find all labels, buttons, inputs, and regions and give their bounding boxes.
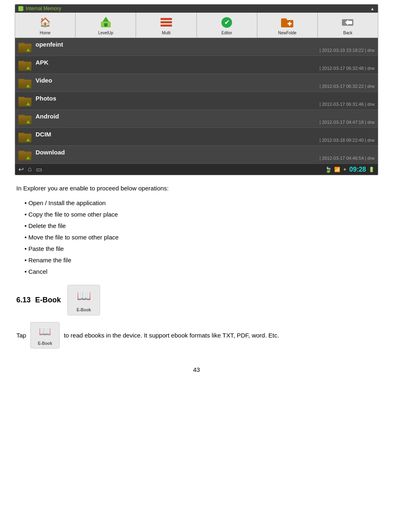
ebook-book-icon-sm: 📖 [39, 324, 51, 339]
file-name: Video [36, 77, 375, 84]
status-wifi-icon: ✦ [343, 167, 347, 172]
list-item[interactable]: APK | 2012-03-17 06:32:48 | drw [15, 56, 378, 74]
file-meta: | 2012-03-18 09:22:40 | drw [36, 138, 375, 143]
file-name: Android [36, 113, 375, 120]
title-bar-triangle: ▲ [370, 6, 375, 11]
file-name: APK [36, 59, 375, 66]
levelup-icon [98, 15, 113, 30]
section-title: E-Book [35, 296, 61, 304]
file-meta: | 2012-03-17 06:31:46 | drw [36, 102, 375, 107]
back-nav-icon[interactable]: ↩ [18, 165, 24, 173]
svg-rect-3 [161, 18, 172, 20]
file-info: Download | 2012-03-17 04:46:54 | drw [36, 149, 375, 161]
file-name: Download [36, 149, 375, 156]
multi-icon [159, 15, 174, 30]
svg-rect-2 [104, 23, 107, 27]
list-item[interactable]: Android | 2012-03-17 04:47:18 | drw [15, 110, 378, 128]
svg-text:✔: ✔ [224, 19, 230, 26]
toolbar-btn-back[interactable]: Back [318, 13, 378, 38]
toolbar: 🏠 Home LevelUp Multi [15, 13, 378, 38]
recents-nav-icon[interactable]: ▭ [36, 165, 42, 173]
section-number-title: 6.13 E-Book [16, 294, 61, 306]
list-item: Copy the file to some other place [25, 210, 377, 219]
newfolder-icon [280, 15, 295, 30]
list-item: Delete the file [25, 221, 377, 231]
status-nav-buttons: ↩ ⌂ ▭ [18, 165, 42, 173]
home-icon: 🏠 [38, 15, 53, 30]
section-number: 6.13 [16, 296, 31, 304]
home-nav-icon[interactable]: ⌂ [28, 165, 32, 173]
list-item: Cancel [25, 267, 377, 277]
status-right-area: 🍃 📶 ✦ 09:28 🔋 [325, 166, 375, 173]
list-item[interactable]: openfeint | 2012-03-19 23:18:22 | drw [15, 38, 378, 56]
status-time: 09:28 [349, 166, 366, 173]
file-info: Video | 2012-03-17 06:32:22 | drw [36, 77, 375, 89]
title-bar-icon [18, 6, 23, 11]
list-item: Move the file to some other place [25, 232, 377, 242]
tap-row: Tap 📖 E-Book to read ebooks in the devic… [16, 322, 377, 349]
svg-marker-1 [103, 17, 109, 22]
ebook-book-icon: 📖 [77, 287, 91, 305]
file-meta: | 2012-03-17 06:32:22 | drw [36, 84, 375, 89]
list-item: Open / Install the application [25, 198, 377, 208]
folder-icon [18, 77, 31, 89]
editor-icon: ✔ [219, 15, 234, 30]
title-bar-label: Internal Memory [26, 6, 61, 11]
file-name: DCIM [36, 131, 375, 138]
ebook-icon-large: 📖 E-Book [67, 285, 100, 315]
ebook-icon-small: 📖 E-Book [30, 322, 60, 349]
ebook-icon-label: E-Book [77, 307, 91, 313]
toolbar-btn-editor[interactable]: ✔ Editor [197, 13, 257, 38]
status-battery-icon: 🔋 [368, 167, 375, 172]
file-meta: | 2012-03-17 06:32:48 | drw [36, 66, 375, 71]
file-name: Photos [36, 95, 375, 102]
toolbar-newfolder-label: NewFolde [278, 31, 297, 35]
status-signal-icon: 📶 [334, 167, 340, 172]
list-item[interactable]: Photos | 2012-03-17 06:31:46 | drw [15, 92, 378, 110]
operations-list: Open / Install the application Copy the … [25, 198, 377, 277]
list-item[interactable]: DCIM | 2012-03-18 09:22:40 | drw [15, 128, 378, 146]
toolbar-multi-label: Multi [162, 31, 170, 35]
folder-icon [18, 59, 31, 71]
page-number: 43 [16, 365, 377, 383]
list-item: Rename the file [25, 255, 377, 265]
toolbar-editor-label: Editor [221, 31, 232, 35]
status-leaf-icon: 🍃 [325, 166, 332, 173]
toolbar-btn-newfolder[interactable]: NewFolde [257, 13, 318, 38]
toolbar-levelup-label: LevelUp [98, 31, 113, 35]
list-item[interactable]: Download | 2012-03-17 04:46:54 | drw [15, 146, 378, 164]
toolbar-back-label: Back [343, 31, 352, 35]
folder-icon [18, 113, 31, 125]
folder-icon [18, 131, 31, 143]
title-bar: Internal Memory ▲ [15, 4, 378, 13]
file-name: openfeint [36, 41, 375, 48]
svg-rect-5 [161, 25, 172, 27]
tap-prefix-text: Tap [16, 331, 26, 340]
folder-icon [18, 41, 31, 53]
file-info: openfeint | 2012-03-19 23:18:22 | drw [36, 41, 375, 53]
folder-icon [18, 149, 31, 161]
doc-intro-text: In Explorer you are enable to proceed be… [16, 183, 377, 193]
file-info: Android | 2012-03-17 04:47:18 | drw [36, 113, 375, 125]
svg-rect-14 [348, 21, 352, 24]
file-meta: | 2012-03-17 04:46:54 | drw [36, 156, 375, 161]
status-bar: ↩ ⌂ ▭ 🍃 📶 ✦ 09:28 🔋 [15, 164, 378, 175]
toolbar-btn-multi[interactable]: Multi [136, 13, 196, 38]
list-item: Paste the file [25, 244, 377, 254]
document-content: In Explorer you are enable to proceed be… [0, 175, 393, 399]
file-info: Photos | 2012-03-17 06:31:46 | drw [36, 95, 375, 107]
tap-suffix-text: to read ebooks in the device. It support… [64, 331, 279, 340]
toolbar-btn-levelup[interactable]: LevelUp [76, 13, 136, 38]
section-heading-row: 6.13 E-Book 📖 E-Book [16, 285, 377, 315]
svg-rect-4 [161, 21, 172, 23]
file-meta: | 2012-03-17 04:47:18 | drw [36, 120, 375, 125]
svg-rect-9 [281, 18, 287, 21]
toolbar-btn-home[interactable]: 🏠 Home [15, 13, 76, 38]
screenshot-container: Internal Memory ▲ 🏠 Home LevelUp [15, 4, 378, 175]
toolbar-home-label: Home [40, 31, 51, 35]
file-info: APK | 2012-03-17 06:32:48 | drw [36, 59, 375, 71]
ebook-icon-label-sm: E-Book [38, 340, 52, 347]
folder-icon [18, 95, 31, 107]
file-info: DCIM | 2012-03-18 09:22:40 | drw [36, 131, 375, 143]
list-item[interactable]: Video | 2012-03-17 06:32:22 | drw [15, 74, 378, 92]
